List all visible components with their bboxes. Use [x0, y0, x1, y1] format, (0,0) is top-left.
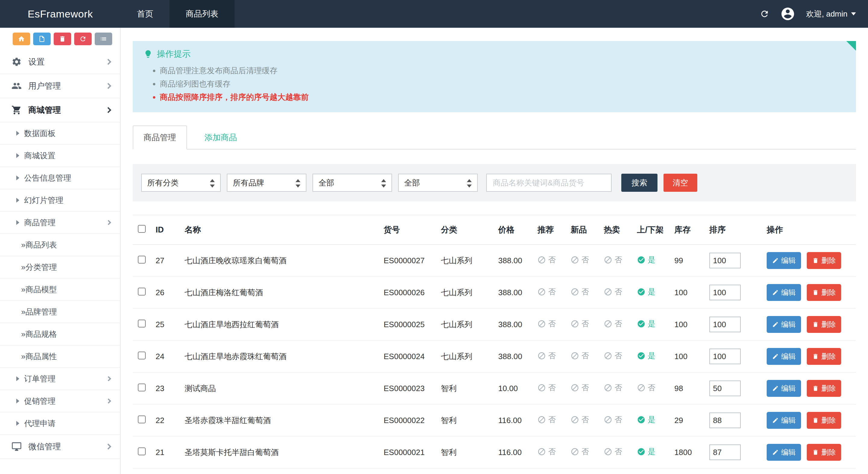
row-checkbox[interactable]: [138, 288, 146, 295]
sidebar-subitem-label: 幻灯片管理: [24, 195, 63, 206]
no-badge: 否: [570, 287, 589, 297]
sidebar-item-label: 设置: [28, 56, 44, 67]
nav-item-home[interactable]: 首页: [121, 0, 169, 28]
trash-button[interactable]: [54, 33, 71, 45]
edit-button[interactable]: 编辑: [767, 412, 801, 429]
row-checkbox[interactable]: [138, 352, 146, 359]
search-input[interactable]: [486, 174, 612, 192]
cell-new: 否: [566, 245, 599, 277]
edit-button[interactable]: 编辑: [767, 348, 801, 365]
sort-input[interactable]: [709, 412, 741, 428]
row-checkbox[interactable]: [138, 256, 146, 263]
sidebar-item-users[interactable]: 用户管理: [0, 74, 120, 98]
edit-button[interactable]: 编辑: [767, 284, 801, 301]
home-button[interactable]: [13, 33, 30, 45]
delete-button[interactable]: 删除: [807, 380, 841, 397]
cell-id: 22: [151, 404, 180, 436]
edit-button[interactable]: 编辑: [767, 252, 801, 269]
no-badge: 否: [570, 383, 589, 392]
filter-select-brand[interactable]: 所有品牌: [227, 174, 306, 191]
sort-input[interactable]: [709, 381, 741, 396]
edit-button[interactable]: 编辑: [767, 316, 801, 333]
sidebar-subitem[interactable]: »品牌管理: [0, 301, 120, 323]
sidebar-subitem[interactable]: 促销管理: [0, 390, 120, 412]
nav-item-product-list[interactable]: 商品列表: [169, 0, 235, 28]
clear-button[interactable]: 清空: [663, 174, 697, 192]
sort-input[interactable]: [709, 349, 741, 364]
trash-icon: [59, 35, 66, 42]
sidebar-subitem[interactable]: »商品属性: [0, 346, 120, 368]
alert-tip: 商品管理注意发布商品后清理缓存: [160, 64, 845, 77]
cell-hot: 否: [599, 245, 632, 277]
sort-input[interactable]: [709, 253, 741, 268]
user-menu[interactable]: 欢迎, admin: [806, 9, 856, 19]
delete-button[interactable]: 删除: [807, 444, 841, 461]
delete-button[interactable]: 删除: [807, 348, 841, 365]
cell-stock: 100: [670, 277, 705, 309]
search-button[interactable]: 搜索: [621, 174, 657, 192]
edit-button[interactable]: 编辑: [767, 380, 801, 397]
sort-input[interactable]: [709, 285, 741, 300]
cell-sku: ES0000024: [379, 340, 436, 372]
cell-category: 智利: [436, 468, 493, 474]
navbar-right: 欢迎, admin: [760, 0, 868, 28]
sidebar-subitem[interactable]: »分类管理: [0, 256, 120, 279]
list-button[interactable]: [95, 33, 112, 45]
tab-product-management[interactable]: 商品管理: [133, 125, 187, 150]
row-checkbox[interactable]: [138, 383, 146, 391]
avatar-icon[interactable]: [780, 6, 795, 22]
caret-right-icon: [16, 153, 19, 158]
cell-product-name: 七山酒庄晚收琼瑶浆白葡萄酒: [180, 245, 379, 277]
sidebar-item-mall[interactable]: 商城管理: [0, 98, 120, 122]
pencil-icon: [772, 385, 779, 392]
sidebar-subitem[interactable]: »商品列表: [0, 234, 120, 256]
select-all-checkbox[interactable]: [138, 225, 146, 233]
sidebar-subitem[interactable]: »商品模型: [0, 279, 120, 301]
file-button[interactable]: [33, 33, 51, 45]
tab-add-product[interactable]: 添加商品: [194, 126, 247, 149]
row-checkbox[interactable]: [138, 320, 146, 327]
desktop-icon: [11, 441, 22, 452]
no-badge: 否: [537, 255, 556, 265]
sort-input[interactable]: [709, 317, 741, 332]
table-row: 24 七山酒庄旱地赤霞珠红葡萄酒 ES0000024 七山系列 388.00 否…: [133, 340, 856, 372]
ban-icon: [604, 383, 612, 392]
sidebar-item-settings[interactable]: 设置: [0, 50, 120, 74]
delete-button[interactable]: 删除: [807, 284, 841, 301]
edit-button[interactable]: 编辑: [767, 444, 801, 461]
sidebar-subitem[interactable]: »商品规格: [0, 323, 120, 346]
check-circle-icon: [637, 288, 645, 296]
table-row: 26 七山酒庄梅洛红葡萄酒 ES0000026 七山系列 388.00 否 否 …: [133, 277, 856, 309]
sidebar-item-wechat[interactable]: 微信管理: [0, 435, 120, 459]
sort-input[interactable]: [709, 444, 741, 460]
alert-corner-fold[interactable]: [846, 41, 856, 51]
filter-select-4[interactable]: 全部: [399, 174, 477, 191]
table-row: 23 测试商品 ES0000023 智利 10.00 否 否 否 否 98 编辑: [133, 372, 856, 404]
row-checkbox[interactable]: [138, 447, 146, 455]
sidebar-subitem[interactable]: 数据面板: [0, 122, 120, 145]
ban-icon: [604, 352, 612, 360]
ban-icon: [604, 288, 612, 296]
sidebar-subitem[interactable]: 商城设置: [0, 145, 120, 167]
cell-hot: 否: [599, 468, 632, 474]
trash-icon: [812, 385, 819, 392]
cell-sku: ES0000026: [379, 277, 436, 309]
refresh-button[interactable]: [74, 33, 92, 45]
delete-button[interactable]: 删除: [807, 252, 841, 269]
no-badge: 否: [570, 447, 589, 456]
filter-select-3[interactable]: 全部: [313, 174, 392, 191]
refresh-icon[interactable]: [760, 9, 769, 19]
ban-icon: [570, 320, 579, 328]
sidebar-subitem[interactable]: 代理申请: [0, 412, 120, 435]
delete-button[interactable]: 删除: [807, 316, 841, 333]
caret-right-icon: [16, 399, 19, 404]
sidebar-subitem[interactable]: 幻灯片管理: [0, 189, 120, 212]
filter-select-category[interactable]: 所有分类: [142, 174, 220, 191]
row-checkbox[interactable]: [138, 415, 146, 423]
sidebar-subitem[interactable]: 商品管理: [0, 212, 120, 234]
sidebar-subitem[interactable]: 订单管理: [0, 368, 120, 390]
sidebar-subitem-label: »品牌管理: [21, 307, 57, 317]
sidebar-subitem[interactable]: 公告信息管理: [0, 167, 120, 189]
table-row: 25 七山酒庄旱地西拉红葡萄酒 ES0000025 七山系列 388.00 否 …: [133, 309, 856, 340]
delete-button[interactable]: 删除: [807, 412, 841, 429]
